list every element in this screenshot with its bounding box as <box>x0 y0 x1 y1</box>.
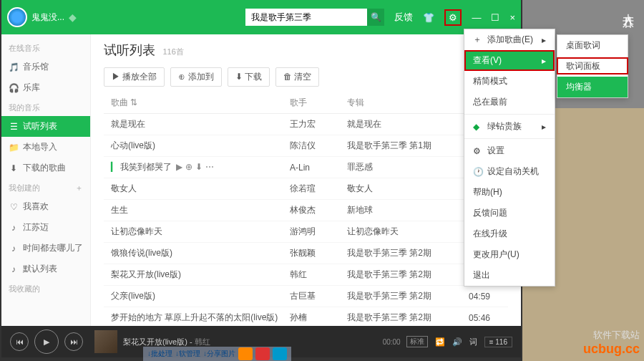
volume-icon[interactable]: 🔊 <box>452 337 462 347</box>
table-row[interactable]: ▎我笑到都哭了▶⊕⬇⋯A-Lin罪恶感0 <box>104 157 508 178</box>
table-row[interactable]: 敬女人徐若瑄敬女人 <box>104 178 508 200</box>
note-icon: ♪ <box>9 244 19 254</box>
feedback-link[interactable]: 反馈 <box>394 11 413 24</box>
next-button[interactable]: ⏭ <box>64 332 83 351</box>
sidebar-item-custom1[interactable]: ♪江苏迈 <box>1 217 90 238</box>
menu-feedback[interactable]: 反馈问题 <box>464 203 555 223</box>
add-to-button[interactable]: ⊕ 添加到 <box>170 67 221 87</box>
maximize-icon[interactable]: ☐ <box>491 12 499 23</box>
sidebar-item-musichall[interactable]: 🎵音乐馆 <box>1 57 90 77</box>
now-playing[interactable]: 梨花又开放(live版) - 韩红 <box>123 337 210 347</box>
taskbar-icon[interactable] <box>255 347 270 360</box>
add-icon[interactable]: ＋ <box>75 183 83 193</box>
page-count: 116首 <box>162 47 183 56</box>
table-row[interactable]: 父亲(live版)古巨基我是歌手第三季 第2期04:59 <box>104 286 508 307</box>
gear-icon[interactable]: ⚙ <box>444 9 462 26</box>
heart-icon: ♡ <box>9 202 19 212</box>
sidebar-item-local[interactable]: 📁本地导入 <box>1 137 90 158</box>
album-name: 我是歌手第三季 第2期 <box>347 290 454 302</box>
song-name: 让初恋像昨天 <box>111 226 162 236</box>
menu-view[interactable]: 查看(V)▸ <box>464 50 555 71</box>
download-icon[interactable]: ⬇ <box>195 162 203 172</box>
lyrics-icon[interactable]: 词 <box>469 337 477 347</box>
taskbar-icon[interactable] <box>238 347 253 360</box>
avatar[interactable] <box>7 7 27 27</box>
skin-icon[interactable]: 👕 <box>423 12 434 23</box>
song-name: 父亲(live版) <box>111 291 155 301</box>
taskbar-icon[interactable] <box>273 347 287 360</box>
table-header: 歌曲 ⇅ 歌手 专辑 时... <box>104 92 508 114</box>
table-row[interactable]: 心动(live版)陈洁仪我是歌手第三季 第1期 <box>104 135 508 157</box>
menu-auto-shutdown[interactable]: 🕐设定自动关机 <box>464 161 555 182</box>
taskbar-item[interactable]: ↓批处理 <box>147 349 172 359</box>
minimize-icon[interactable]: — <box>472 12 481 23</box>
singer-name: 张靓颖 <box>290 247 347 259</box>
col-song[interactable]: 歌曲 ⇅ <box>104 97 290 109</box>
sidebar-item-custom2[interactable]: ♪时间都去哪儿了 <box>1 238 90 259</box>
search-input[interactable] <box>245 9 367 26</box>
album-name: 我是歌手第三季 第2期 <box>347 247 454 259</box>
singer-name: 韩红 <box>290 269 347 281</box>
quality-tag[interactable]: 标准 <box>406 336 428 347</box>
menu-green-diamond[interactable]: ◆绿钻贵族▸ <box>464 116 555 137</box>
note-icon: ♪ <box>9 264 19 274</box>
clock-icon: 🕐 <box>473 167 483 177</box>
page-title: 试听列表 <box>104 42 155 59</box>
list-icon: ☰ <box>9 122 19 132</box>
close-icon[interactable]: × <box>509 12 515 23</box>
menu-always-top[interactable]: 总在最前 <box>464 92 555 112</box>
menu-exit[interactable]: 退出 <box>464 265 555 286</box>
singer-name: 游鸿明 <box>290 226 347 238</box>
sidebar-item-default[interactable]: ♪默认列表 <box>1 259 90 279</box>
watermark: 软件下载站 ucbug.cc <box>583 329 640 357</box>
menu-simple-mode[interactable]: 精简模式 <box>464 71 555 92</box>
singer-name: 徐若瑄 <box>290 183 347 195</box>
gear-icon: ⚙ <box>473 146 483 156</box>
download-button[interactable]: ⬇ 下载 <box>228 67 270 87</box>
singer-name: A-Lin <box>290 163 347 173</box>
taskbar-item[interactable]: ↓软管理 <box>175 349 200 359</box>
table-row[interactable]: 梦开始的地方 草原上升起不落的太阳(live版)孙楠我是歌手第三季 第2期05:… <box>104 307 508 326</box>
download-icon: ⬇ <box>9 163 19 173</box>
song-name: 我笑到都哭了 <box>120 162 172 172</box>
note-icon: ♪ <box>9 223 19 233</box>
sidebar-item-musiclib[interactable]: 🎧乐库 <box>1 77 90 98</box>
loop-icon[interactable]: 🔁 <box>435 337 445 347</box>
sidebar-item-playlist[interactable]: ☰试听列表 <box>1 116 90 137</box>
play-button[interactable]: ▶ <box>34 329 59 354</box>
table-row[interactable]: 饿狼传说(live版)张靓颖我是歌手第三季 第2期04:09 <box>104 243 508 264</box>
music-icon: 🎵 <box>9 62 19 72</box>
search-button[interactable]: 🔍 <box>367 9 384 26</box>
settings-menu: ＋添加歌曲(E)▸ 查看(V)▸ 精简模式 总在最前 ◆绿钻贵族▸ ⚙设置 🕐设… <box>464 29 555 287</box>
submenu-desktop-lyrics[interactable]: 桌面歌词 <box>557 35 628 56</box>
sidebar-item-like[interactable]: ♡我喜欢 <box>1 196 90 217</box>
add-icon[interactable]: ⊕ <box>185 162 192 172</box>
menu-add-song[interactable]: ＋添加歌曲(E)▸ <box>464 29 555 50</box>
sidebar-item-label: 试听列表 <box>23 120 57 133</box>
song-name: 就是现在 <box>111 119 145 129</box>
table-row[interactable]: 梨花又开放(live版)韩红我是歌手第三季 第2期05:03 <box>104 264 508 286</box>
more-icon[interactable]: ⋯ <box>205 162 214 172</box>
table-row[interactable]: 让初恋像昨天游鸿明让初恋像昨天04:47SQ <box>104 221 508 243</box>
clear-button[interactable]: 🗑 清空 <box>275 67 319 87</box>
table-row[interactable]: 生生林俊杰新地球04:18SQ <box>104 200 508 221</box>
menu-help[interactable]: 帮助(H) <box>464 182 555 203</box>
username[interactable]: 鬼鬼没... <box>31 11 64 24</box>
play-icon[interactable]: ▶ <box>176 162 182 172</box>
submenu-lyrics-panel[interactable]: 歌词面板 <box>557 56 628 77</box>
prev-button[interactable]: ⏮ <box>10 332 29 351</box>
album-name: 让初恋像昨天 <box>347 226 454 238</box>
menu-settings[interactable]: ⚙设置 <box>464 140 555 161</box>
col-album[interactable]: 专辑 <box>347 97 454 109</box>
submenu-equalizer[interactable]: 均衡器 <box>557 77 628 97</box>
playlist-count[interactable]: ≡ 116 <box>484 337 512 347</box>
play-all-button[interactable]: ▶ 播放全部 <box>104 67 165 87</box>
col-singer[interactable]: 歌手 <box>290 97 347 109</box>
taskbar-item[interactable]: ↓分享图片 <box>203 349 235 359</box>
diamond-icon[interactable]: ◆ <box>69 11 77 23</box>
menu-upgrade[interactable]: 在线升级 <box>464 223 555 244</box>
album-cover[interactable] <box>94 330 117 353</box>
menu-change-user[interactable]: 更改用户(U) <box>464 244 555 265</box>
table-row[interactable]: 就是现在王力宏就是现在 <box>104 114 508 135</box>
sidebar-item-downloaded[interactable]: ⬇下载的歌曲 <box>1 158 90 178</box>
